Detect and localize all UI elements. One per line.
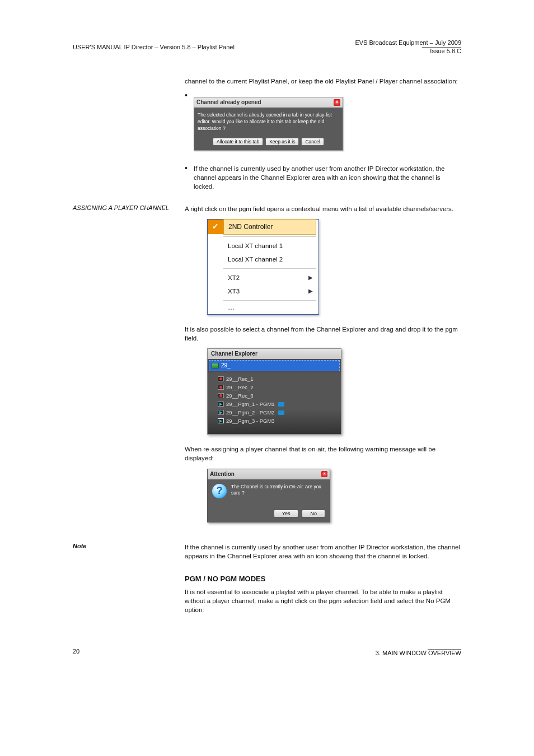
menu-item-local-ch2[interactable]: Local XT channel 2 [208, 253, 318, 266]
footer-section: 3. MAIN WINDOW OVERVIEW [376, 650, 461, 656]
tree-node-rec[interactable]: 29__Rec_2 [218, 383, 339, 391]
close-icon[interactable]: × [334, 99, 340, 106]
menu-item-label: Local XT channel 1 [223, 241, 318, 250]
channel-context-menu: ✓ 2ND Controller Local XT channel 1 Loca… [207, 219, 319, 315]
note-body: If the channel is currently used by anot… [185, 543, 461, 561]
keep-button[interactable]: Keep as it is [265, 138, 299, 146]
tree-node-rec[interactable]: 29__Rec_1 [218, 375, 339, 383]
paragraph: It is not essential to associate a playl… [185, 587, 461, 614]
header-left: USER'S MANUAL IP Director – Version 5.8 … [73, 44, 235, 50]
chevron-right-icon: ▶ [308, 287, 318, 295]
paragraph: If the channel is currently used by anot… [194, 164, 461, 191]
paragraph: When re-assigning a player channel that … [185, 445, 461, 463]
record-icon [218, 385, 224, 390]
menu-item-label: Local XT channel 2 [223, 255, 318, 264]
close-icon[interactable]: × [321, 471, 327, 477]
menu-separator [223, 236, 316, 237]
menu-more[interactable]: … [208, 303, 318, 314]
record-icon [218, 393, 224, 398]
dialog-message: The Channel is currently in On-Air. Are … [231, 484, 325, 497]
play-icon [218, 418, 224, 423]
allocate-button[interactable]: Allocate it to this tab [213, 138, 263, 146]
tree-node-label: 29__Rec_3 [226, 392, 254, 399]
question-icon: ? [212, 484, 227, 498]
tree-node-label: 29__Rec_2 [226, 384, 254, 391]
menu-separator [223, 300, 316, 301]
tree-node-label: 29__Rec_1 [226, 375, 254, 382]
menu-item-xt3[interactable]: XT3 ▶ [208, 284, 318, 298]
checkmark-icon: ✓ [212, 221, 219, 232]
tree-node-pgm[interactable]: 29__Pgm_2 - PGM2 [218, 408, 339, 417]
header-company: EVS Broadcast Equipment – July 2009 [355, 39, 461, 46]
paragraph: A right click on the pgm field opens a c… [185, 204, 461, 213]
menu-item-label: 2ND Controller [223, 219, 316, 235]
channel-already-opened-dialog: Channel already opened × The selected ch… [194, 97, 343, 151]
record-icon [218, 376, 224, 381]
play-icon [218, 402, 224, 407]
menu-item-xt2[interactable]: XT2 ▶ [208, 271, 318, 284]
menu-item-label: XT3 [223, 287, 308, 296]
menu-item-2nd-controller[interactable]: ✓ 2ND Controller [208, 220, 318, 234]
menu-item-label: XT2 [223, 273, 308, 282]
camera-icon [278, 410, 284, 415]
menu-item-local-ch1[interactable]: Local XT channel 1 [208, 239, 318, 253]
side-heading: ASSIGNING A PLAYER CHANNEL [73, 204, 185, 532]
bullet-icon: • [185, 164, 194, 191]
channel-explorer-panel: Channel Explorer 29_ 29__Rec_1 29__Rec_2 [207, 348, 341, 435]
tree-node-pgm[interactable]: 29__Pgm_3 - PGM3 [218, 417, 339, 425]
camera-icon [278, 402, 284, 407]
header-right: EVS Broadcast Equipment – July 2009 Issu… [355, 39, 461, 54]
panel-title: Channel Explorer [208, 349, 341, 359]
tree-root-label: 29_ [221, 362, 231, 370]
note-label: Note [73, 543, 185, 549]
tree-root[interactable]: 29_ [209, 360, 340, 371]
tree-node-label: 29__Pgm_2 - PGM2 [226, 409, 275, 416]
paragraph: channel to the current Playlist Panel, o… [185, 77, 461, 86]
server-icon [212, 363, 219, 368]
page-footer: 20 3. MAIN WINDOW OVERVIEW [73, 648, 461, 656]
page-number: 20 [73, 648, 79, 656]
dialog-title: Attention [210, 470, 235, 478]
chevron-right-icon: ▶ [308, 274, 318, 282]
header-issue: Issue 5.8.C [355, 48, 461, 54]
play-icon [218, 410, 224, 415]
cancel-button[interactable]: Cancel [301, 138, 324, 146]
tree-node-label: 29__Pgm_3 - PGM3 [226, 417, 275, 424]
paragraph: It is also possible to select a channel … [185, 325, 461, 343]
menu-separator [223, 268, 316, 269]
no-button[interactable]: No [302, 510, 325, 517]
dialog-message: The selected channel is already opened i… [198, 112, 339, 132]
dialog-title: Channel already opened [196, 99, 261, 106]
bullet-icon: • [185, 91, 194, 161]
yes-button[interactable]: Yes [274, 510, 299, 517]
heading-pgm-modes: PGM / NO PGM MODES [185, 574, 461, 584]
tree-node-pgm[interactable]: 29__Pgm_1 - PGM1 [218, 400, 339, 408]
tree-node-label: 29__Pgm_1 - PGM1 [226, 400, 275, 408]
page-header: USER'S MANUAL IP Director – Version 5.8 … [73, 39, 461, 54]
attention-dialog: Attention × ? The Channel is currently i… [207, 469, 330, 522]
tree-node-rec[interactable]: 29__Rec_3 [218, 391, 339, 400]
